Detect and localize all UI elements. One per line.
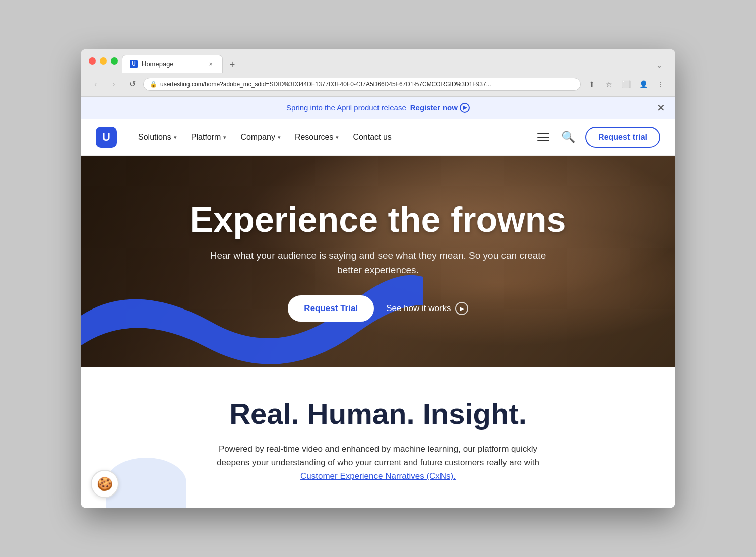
website-content: Spring into the April product release Re… bbox=[81, 97, 675, 508]
search-button[interactable]: 🔍 bbox=[561, 131, 575, 144]
maximize-dot[interactable] bbox=[111, 57, 118, 65]
lock-icon: 🔒 bbox=[150, 81, 157, 88]
minimize-dot[interactable] bbox=[100, 57, 107, 65]
hero-how-it-works-link[interactable]: See how it works ▶ bbox=[386, 302, 468, 315]
new-tab-button[interactable]: + bbox=[225, 57, 240, 73]
tab-list-button[interactable]: ⌄ bbox=[656, 61, 662, 69]
hamburger-line bbox=[537, 137, 549, 138]
resources-chevron-icon: ▾ bbox=[336, 134, 339, 141]
announcement-banner: Spring into the April product release Re… bbox=[81, 97, 675, 119]
register-now-button[interactable]: Register now ▶ bbox=[410, 103, 470, 113]
url-text: usertesting.com/home?adobe_mc_sdid=SDID%… bbox=[160, 81, 574, 88]
nav-solutions[interactable]: Solutions ▾ bbox=[138, 133, 177, 142]
hamburger-menu-button[interactable] bbox=[535, 131, 551, 143]
nav-company[interactable]: Company ▾ bbox=[240, 133, 280, 142]
hero-request-trial-button[interactable]: Request Trial bbox=[288, 295, 374, 322]
hero-section: Experience the frowns Hear what your aud… bbox=[81, 156, 675, 367]
tab-title: Homepage bbox=[142, 60, 174, 68]
bookmark-button[interactable]: ☆ bbox=[602, 77, 616, 91]
hero-content: Experience the frowns Hear what your aud… bbox=[81, 156, 675, 367]
profile-button[interactable]: 👤 bbox=[636, 77, 650, 91]
menu-button[interactable]: ⋮ bbox=[653, 77, 667, 91]
tab-close-button[interactable]: × bbox=[206, 59, 215, 69]
address-field[interactable]: 🔒 usertesting.com/home?adobe_mc_sdid=SDI… bbox=[143, 78, 581, 91]
cxn-link[interactable]: Customer Experience Narratives (CxNs). bbox=[300, 471, 456, 481]
nav-platform[interactable]: Platform ▾ bbox=[191, 133, 227, 142]
browser-tab[interactable]: U Homepage × bbox=[122, 55, 223, 73]
cookie-consent-button[interactable]: 🍪 bbox=[91, 470, 119, 498]
platform-chevron-icon: ▾ bbox=[223, 134, 226, 141]
address-bar: ‹ › ↺ 🔒 usertesting.com/home?adobe_mc_sd… bbox=[81, 73, 675, 97]
back-button[interactable]: ‹ bbox=[89, 77, 103, 91]
share-button[interactable]: ⬆ bbox=[585, 77, 599, 91]
forward-button[interactable]: › bbox=[107, 77, 121, 91]
nav-resources[interactable]: Resources ▾ bbox=[295, 133, 339, 142]
register-circle-icon: ▶ bbox=[460, 103, 470, 113]
nav-links: Solutions ▾ Platform ▾ Company ▾ Resourc… bbox=[138, 133, 519, 142]
announcement-text: Spring into the April product release bbox=[286, 103, 406, 112]
hero-title: Experience the frowns bbox=[190, 202, 566, 239]
nav-contact[interactable]: Contact us bbox=[353, 133, 391, 142]
reload-button[interactable]: ↺ bbox=[125, 77, 139, 91]
main-navigation: U Solutions ▾ Platform ▾ Company ▾ Resou… bbox=[81, 119, 675, 156]
bottom-title: Real. Human. Insight. bbox=[101, 398, 655, 430]
logo[interactable]: U bbox=[96, 127, 117, 148]
play-circle-icon: ▶ bbox=[455, 302, 468, 315]
request-trial-button[interactable]: Request trial bbox=[585, 127, 660, 148]
bottom-section: Real. Human. Insight. Powered by real-ti… bbox=[81, 367, 675, 508]
tab-favicon: U bbox=[130, 60, 138, 68]
extension-button[interactable]: ⬜ bbox=[619, 77, 633, 91]
hero-actions: Request Trial See how it works ▶ bbox=[288, 295, 468, 322]
solutions-chevron-icon: ▾ bbox=[174, 134, 177, 141]
logo-icon: U bbox=[96, 127, 117, 148]
banner-close-button[interactable]: ✕ bbox=[657, 103, 665, 113]
company-chevron-icon: ▾ bbox=[278, 134, 281, 141]
hamburger-line bbox=[537, 133, 549, 134]
close-dot[interactable] bbox=[89, 57, 96, 65]
hamburger-line bbox=[537, 140, 549, 141]
nav-right: 🔍 Request trial bbox=[535, 127, 660, 148]
hero-subtitle: Hear what your audience is saying and se… bbox=[207, 249, 549, 277]
bottom-description: Powered by real-time video and enhanced … bbox=[207, 442, 549, 483]
